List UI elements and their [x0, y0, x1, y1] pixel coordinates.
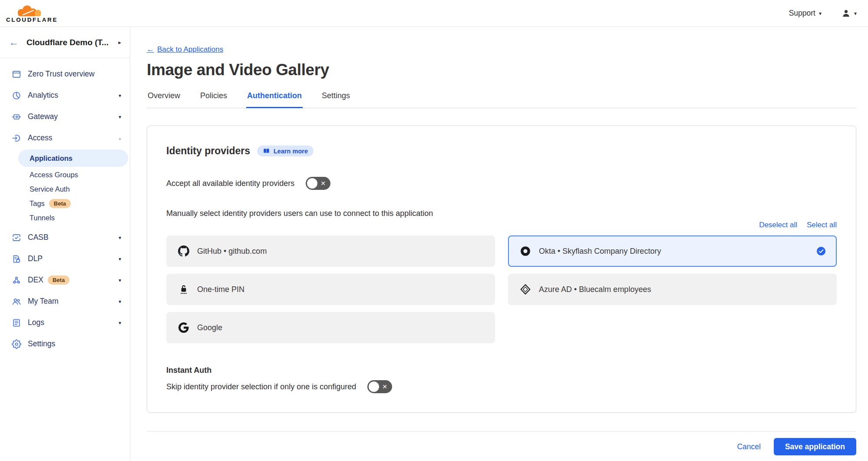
support-button[interactable]: Support ▾: [789, 9, 822, 18]
chevron-down-icon: ▾: [119, 93, 121, 99]
card-heading: Identity providers: [166, 145, 250, 157]
identity-providers-card: Identity providers Learn more Accept all…: [147, 126, 856, 413]
sidebar-item-gateway[interactable]: Gateway ▾: [0, 106, 130, 127]
chevron-down-icon: ▾: [119, 320, 121, 326]
beta-badge: Beta: [48, 275, 69, 285]
deselect-all-link[interactable]: Deselect all: [759, 221, 797, 229]
sidebar-item-casb[interactable]: CASB ▾: [0, 227, 130, 248]
cloudflare-logo[interactable]: CLOUDFLARE: [6, 4, 58, 23]
github-icon: [178, 245, 190, 257]
provider-card-google[interactable]: Google: [166, 312, 495, 343]
chevron-down-icon: ▾: [119, 277, 121, 283]
sidebar-header: ← Cloudflare Demo (T... ▸: [0, 27, 130, 58]
topbar: CLOUDFLARE Support ▾ ▾: [0, 0, 868, 27]
provider-label: Okta • Skyflash Company Directory: [539, 247, 661, 256]
one-time-pin-icon: [178, 284, 190, 295]
chevron-down-icon: ▾: [119, 235, 121, 241]
provider-label: One-time PIN: [197, 285, 244, 294]
provider-card-okta[interactable]: Okta • Skyflash Company Directory: [508, 235, 837, 267]
casb-icon: [12, 233, 21, 242]
provider-label: Azure AD • Bluecalm employees: [539, 285, 651, 294]
support-label: Support: [789, 9, 815, 18]
brand-wordmark: CLOUDFLARE: [6, 17, 58, 23]
check-circle-icon: [817, 247, 825, 255]
access-icon: [12, 133, 21, 143]
provider-card-one-time-pin[interactable]: One-time PIN: [166, 274, 495, 305]
footer-divider: [147, 431, 856, 431]
accept-all-toggle[interactable]: ✕: [306, 177, 330, 190]
instant-auth-toggle[interactable]: ✕: [367, 380, 392, 393]
sidebar-item-analytics[interactable]: Analytics ▾: [0, 85, 130, 106]
sidebar-item-zero-trust-overview[interactable]: Zero Trust overview: [0, 63, 130, 85]
chevron-down-icon: ▾: [119, 114, 121, 120]
sidebar-item-dex[interactable]: DEX Beta ▾: [0, 269, 130, 291]
tab-overview[interactable]: Overview: [147, 91, 181, 108]
azure-ad-icon: [519, 284, 531, 295]
sidebar-item-my-team[interactable]: My Team ▾: [0, 291, 130, 312]
chevron-down-icon: ▾: [119, 298, 121, 305]
sidebar-item-logs[interactable]: Logs ▾: [0, 312, 130, 333]
select-all-link[interactable]: Select all: [807, 221, 837, 229]
provider-card-azure-ad[interactable]: Azure AD • Bluecalm employees: [508, 274, 837, 305]
sidebar-item-service-auth[interactable]: Service Auth: [0, 182, 130, 196]
account-name: Cloudflare Demo (T...: [26, 38, 109, 47]
accept-all-label: Accept all available identity providers: [166, 179, 294, 188]
beta-badge: Beta: [49, 199, 71, 208]
sidebar-item-settings[interactable]: Settings: [0, 333, 130, 355]
dex-icon: [12, 275, 21, 285]
sidebar-item-tags[interactable]: Tags Beta: [0, 196, 130, 211]
analytics-icon: [12, 91, 21, 100]
gateway-icon: [12, 112, 21, 122]
learn-more-badge[interactable]: Learn more: [257, 146, 314, 156]
tab-policies[interactable]: Policies: [199, 91, 228, 108]
sidebar: ← Cloudflare Demo (T... ▸ Zero Trust ove…: [0, 27, 130, 461]
access-subnav: Applications Access Groups Service Auth …: [0, 149, 130, 225]
sidebar-item-access-groups[interactable]: Access Groups: [0, 168, 130, 182]
gear-icon: [12, 339, 21, 349]
back-arrow-icon: ←: [147, 45, 154, 54]
chevron-up-icon: ▴: [119, 135, 121, 141]
cloudflare-cloud-icon: [11, 4, 53, 18]
back-arrow-icon[interactable]: ←: [9, 37, 19, 47]
dlp-icon: [12, 254, 21, 264]
logs-icon: [12, 318, 21, 328]
google-icon: [178, 322, 190, 333]
chevron-right-icon[interactable]: ▸: [118, 39, 121, 46]
toggle-knob: [307, 178, 317, 189]
sidebar-item-applications[interactable]: Applications: [18, 149, 128, 167]
tab-settings[interactable]: Settings: [321, 91, 351, 108]
book-icon: [263, 147, 270, 155]
instant-auth-label: Skip identity provider selection if only…: [166, 382, 356, 391]
caret-down-icon: ▾: [854, 10, 857, 17]
tab-bar: Overview Policies Authentication Setting…: [147, 91, 856, 108]
chevron-down-icon: ▾: [119, 256, 121, 262]
toggle-off-x-icon: ✕: [320, 180, 326, 187]
my-team-icon: [12, 297, 21, 306]
footer-actions: Cancel Save application: [147, 438, 856, 455]
sidebar-item-tunnels[interactable]: Tunnels: [0, 211, 130, 225]
sidebar-item-dlp[interactable]: DLP ▾: [0, 248, 130, 269]
provider-card-github[interactable]: GitHub • github.com: [166, 235, 495, 267]
user-icon: [842, 9, 851, 18]
provider-label: Google: [197, 323, 222, 332]
provider-grid: GitHub • github.com Okta • Skyflash Comp…: [166, 235, 837, 343]
user-menu-button[interactable]: ▾: [842, 9, 857, 18]
back-link[interactable]: ← Back to Applications: [147, 45, 223, 54]
main-content: ← Back to Applications Image and Video G…: [130, 27, 868, 461]
sidebar-item-access[interactable]: Access ▴: [0, 127, 130, 149]
caret-down-icon: ▾: [819, 10, 822, 17]
okta-icon: [519, 245, 531, 257]
tab-authentication[interactable]: Authentication: [246, 91, 303, 108]
window-icon: [12, 70, 21, 79]
provider-label: GitHub • github.com: [197, 247, 267, 256]
instant-auth-heading: Instant Auth: [166, 366, 837, 375]
toggle-off-x-icon: ✕: [382, 383, 387, 390]
sidebar-nav: Zero Trust overview Analytics ▾ Gateway …: [0, 58, 130, 355]
cancel-button[interactable]: Cancel: [737, 442, 760, 451]
page-title: Image and Video Gallery: [147, 61, 856, 79]
save-application-button[interactable]: Save application: [774, 438, 856, 455]
toggle-knob: [369, 381, 379, 392]
manual-select-text: Manually select identity providers users…: [166, 209, 837, 218]
